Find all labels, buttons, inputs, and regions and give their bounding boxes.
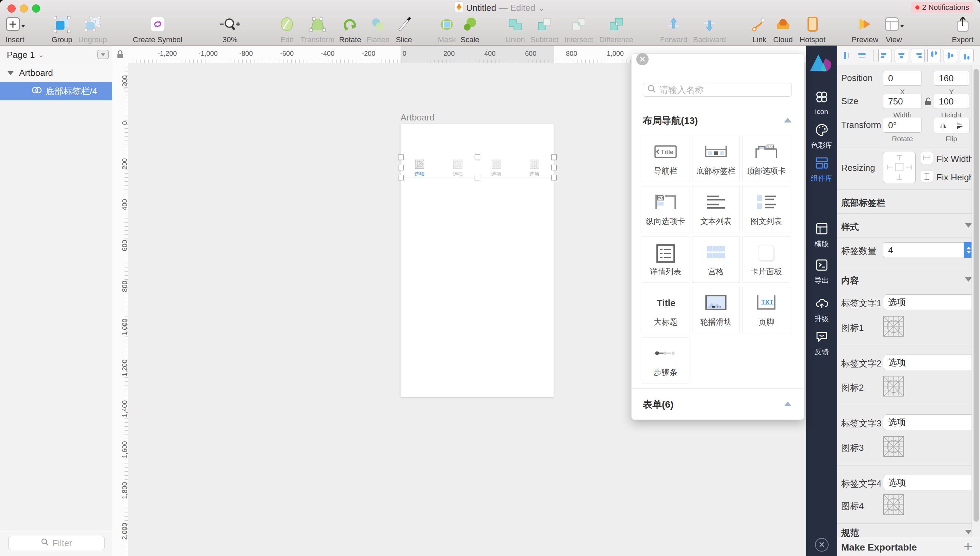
notifications-badge[interactable]: 2 Notifications [911, 2, 973, 13]
toolbar-button-hotspot[interactable]: Hotspot [800, 12, 825, 44]
toolbar-button-scale[interactable]: Scale [460, 12, 480, 44]
component-card-steps[interactable]: 步骤条 [642, 337, 689, 383]
tab-icon-thumbnail-1[interactable] [883, 316, 904, 338]
dock-item-导出[interactable]: 导出 [806, 258, 837, 285]
tab-count-stepper[interactable]: 4 [883, 242, 974, 258]
dock-item-icon[interactable]: icon [806, 90, 837, 116]
toolbar-button-group[interactable]: Group [52, 12, 72, 44]
selection-handle[interactable] [475, 175, 480, 180]
zoom-window-button[interactable] [32, 5, 40, 13]
toolbar-button-transform[interactable]: Transform [300, 12, 334, 44]
resizing-pin-widget[interactable] [883, 152, 916, 183]
filter-input[interactable]: Filter [8, 536, 105, 550]
content-section-header[interactable]: 内容 [837, 269, 980, 290]
align-left-button[interactable] [878, 48, 892, 62]
sidebar-item-artboard[interactable]: Artboard [0, 64, 112, 82]
make-exportable-bar[interactable]: Make Exportable + [837, 537, 980, 556]
component-card-toptabs[interactable]: TAB顶部选项卡 [743, 136, 790, 182]
toolbar-button-intersect[interactable]: Intersect [565, 12, 593, 44]
toolbar-button-rotate[interactable]: Rotate [339, 12, 362, 44]
dock-item-升级[interactable]: 升级 [806, 296, 837, 323]
toolbar-button-view[interactable]: View [883, 12, 905, 44]
minimize-window-button[interactable] [20, 5, 28, 13]
plugin-logo[interactable] [808, 50, 835, 74]
tab-icon-thumbnail-2[interactable] [883, 376, 904, 398]
component-card-grid[interactable]: 宫格 [692, 236, 740, 283]
page-list-toggle-icon[interactable] [97, 50, 109, 61]
dock-close-icon[interactable]: ✕ [815, 538, 828, 551]
section-title-forms[interactable]: 表单(6) [643, 398, 673, 411]
disclosure-triangle-icon[interactable] [8, 71, 14, 75]
tabbar-item[interactable]: 选项 [439, 157, 477, 178]
selection-handle[interactable] [398, 175, 404, 180]
selection-handle[interactable] [398, 155, 404, 160]
tab-text-input-2[interactable]: 选项 [883, 354, 977, 370]
toolbar-button-insert[interactable]: Insert [4, 12, 26, 44]
component-card-bigtitle[interactable]: Title大标题 [642, 287, 689, 333]
flip-vertical-icon[interactable] [952, 118, 970, 133]
toolbar-button-backward[interactable]: Backward [693, 12, 726, 44]
toolbar-button-30%[interactable]: 30% [219, 12, 241, 44]
align-bottom-button[interactable] [960, 48, 974, 62]
toolbar-button-union[interactable]: Union [505, 12, 525, 44]
toolbar-button-subtract[interactable]: Subtract [531, 12, 559, 44]
library-search-input[interactable]: 请输入名称 [643, 83, 792, 97]
panel-close-button[interactable] [636, 53, 649, 65]
section-title-layout-nav[interactable]: 布局导航(13) [643, 114, 698, 127]
flip-horizontal-icon[interactable] [934, 118, 952, 133]
component-card-carousel[interactable]: 轮播滑块 [692, 287, 740, 333]
position-y-field[interactable]: 160 [934, 71, 969, 86]
component-card-vtabs[interactable]: TAB纵向选项卡 [642, 186, 689, 233]
collapse-section-icon[interactable] [784, 401, 791, 406]
tab-icon-thumbnail-4[interactable] [883, 494, 904, 517]
align-right-button[interactable] [911, 48, 925, 62]
tab-text-input-4[interactable]: 选项 [883, 475, 977, 490]
toolbar-button-ungroup[interactable]: Ungroup [78, 12, 107, 44]
vertical-ruler[interactable]: -20002004006008001,0001,2001,4001,6001,8… [112, 45, 128, 556]
tabbar-item[interactable]: 选项 [515, 157, 554, 178]
dock-item-色彩库[interactable]: 色彩库 [806, 123, 837, 150]
selection-handle[interactable] [551, 155, 557, 160]
width-field[interactable]: 750 [883, 94, 922, 109]
tabbar-item[interactable]: 选项 [477, 157, 515, 178]
flip-buttons[interactable] [934, 118, 970, 133]
component-card-navbar[interactable]: Title导航栏 [642, 136, 689, 182]
toolbar-button-cloud[interactable]: Cloud [773, 12, 793, 44]
position-x-field[interactable]: 0 [883, 71, 922, 86]
close-window-button[interactable] [8, 5, 16, 13]
align-middle-vertical-button[interactable] [944, 48, 957, 62]
toolbar-button-export[interactable]: Export [952, 12, 974, 44]
dock-item-模版[interactable]: 模版 [806, 221, 837, 249]
toolbar-button-preview[interactable]: Preview [852, 12, 878, 44]
lock-ratio-icon[interactable] [924, 96, 932, 108]
component-card-textlist[interactable]: 文本列表 [692, 186, 740, 233]
align-top-button[interactable] [927, 48, 941, 62]
component-card-medialist[interactable]: 图文列表 [743, 186, 790, 233]
chevron-down-icon[interactable] [965, 530, 972, 534]
dock-item-组件库[interactable]: 组件库 [806, 156, 837, 183]
selection-handle[interactable] [475, 155, 480, 160]
page-selector[interactable]: Page 1 ⌄ [0, 45, 112, 64]
component-card-detaillist[interactable]: 详情列表 [642, 236, 689, 283]
toolbar-button-link[interactable]: Link [750, 12, 769, 44]
component-card-tabbar[interactable]: 底部标签栏 [692, 136, 740, 182]
selection-handle[interactable] [398, 165, 404, 170]
fix-height-button[interactable] [921, 170, 933, 183]
chevron-down-icon[interactable] [965, 277, 972, 282]
selection-handle[interactable] [551, 175, 557, 180]
inspector-scrollbar[interactable] [972, 66, 980, 537]
artboard-title[interactable]: Artboard [400, 112, 434, 123]
distribute-vertically-button[interactable] [856, 49, 869, 62]
toolbar-button-forward[interactable]: Forward [660, 12, 688, 44]
tab-icon-thumbnail-3[interactable] [883, 436, 904, 458]
selection-handle[interactable] [551, 165, 557, 170]
dock-item-反馈[interactable]: 反馈 [806, 330, 837, 357]
toolbar-button-slice[interactable]: Slice [394, 12, 413, 44]
component-card-card[interactable]: 卡片面板 [743, 236, 790, 283]
toolbar-button-difference[interactable]: Difference [599, 12, 633, 44]
sidebar-item-selected-layer[interactable]: 底部标签栏/4 [0, 82, 112, 100]
toolbar-button-edit[interactable]: Edit [277, 12, 296, 44]
scrollbar-thumb[interactable] [974, 69, 979, 522]
ruler-lock-icon[interactable] [112, 45, 128, 63]
style-section-header[interactable]: 样式 [837, 213, 980, 238]
